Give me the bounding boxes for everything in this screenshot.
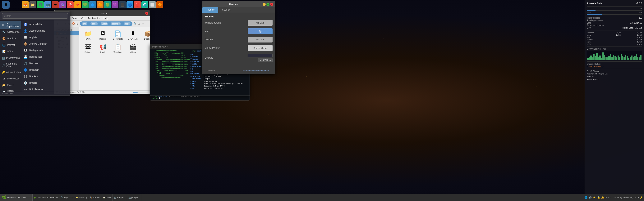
launcher-icon-5[interactable]: ❤ (52, 1, 59, 8)
themes-minimize-btn[interactable]: ─ (262, 3, 266, 6)
menu-item-account-details[interactable]: 👤 Account details (21, 27, 70, 34)
fm-file-videos[interactable]: 🎬 Videos (126, 42, 140, 54)
launcher-icon-6[interactable]: 🔮 (59, 1, 66, 8)
fm-file-downloads[interactable]: ⬇ Downloads (126, 29, 140, 41)
fm-file-templates[interactable]: 📋 Templates (111, 42, 124, 54)
fm-computer-btn[interactable]: 🖥 (76, 21, 79, 26)
systray-power[interactable]: ⚡ (593, 196, 596, 199)
taskbar-app-label: 📁 [~/:Des...] (76, 197, 87, 199)
sf-info-key: Icon Theme: (190, 78, 204, 80)
menu-item-bluetooth[interactable]: 🔵 Bluetooth (21, 67, 70, 73)
systray-indicator1[interactable]: ⊕ 1 (606, 196, 609, 199)
systray-notifications[interactable]: 🔔 (601, 196, 604, 199)
menu-search-input[interactable] (2, 13, 68, 18)
launcher-icon-19[interactable]: 🔶 (156, 1, 163, 8)
fm-menu-bookmarks[interactable]: Bookmarks (87, 17, 101, 20)
menu-item-backup-tool[interactable]: 💾 Backup Tool (21, 54, 70, 60)
launcher-icon-13[interactable]: 💜 (112, 1, 118, 8)
menu-item-banshee[interactable]: 🎵 Banshee (21, 60, 70, 67)
menu-cat-sound-and-video[interactable]: 🎵 Sound and Video (0, 61, 21, 69)
launcher-icon-3[interactable]: 🎵 (37, 1, 44, 8)
systray-lock[interactable]: 🔒 (597, 196, 600, 199)
launcher-icon-9[interactable]: 💚 (82, 1, 88, 8)
menu-item-brasero[interactable]: 💿 Brasero (21, 80, 70, 86)
fm-icons-btn[interactable]: ⊞ (138, 21, 141, 26)
themes-title-bar[interactable]: Themes ─ □ ✕ (202, 1, 275, 7)
taskbar-app-btn-6[interactable]: 💻 [erik@e... (127, 194, 141, 201)
fm-menu-view[interactable]: View (71, 17, 79, 20)
fm-loc-scalable[interactable]: scalable (111, 22, 121, 25)
launcher-icon-4[interactable]: 📺 (44, 1, 51, 8)
fm-more-btn[interactable]: ⋮ (146, 21, 149, 26)
sf-info-row: RAM:2251MiB / 7987MiB (190, 87, 248, 90)
top-icon-1[interactable]: 🖥 (2, 1, 10, 8)
fm-search-btn[interactable]: 🔍 (133, 21, 136, 26)
menu-cat-accessories[interactable]: 🔧 Accessories (0, 29, 21, 35)
systray-indicator2[interactable]: 31 (610, 196, 612, 199)
mouse-pointer-preview[interactable]: Breeze_Snow (248, 45, 272, 51)
launcher-icon-17[interactable]: 🌊 (142, 1, 148, 8)
fm-file-data[interactable]: 📁 DATA (81, 29, 95, 41)
menu-cat-programming[interactable]: 💻 Programming (0, 55, 21, 61)
launcher-icon-18[interactable]: ⬜ (149, 1, 156, 8)
fm-menu-go[interactable]: Go (80, 17, 86, 20)
tab-themes[interactable]: Themes (202, 7, 218, 13)
menu-cat-graphics[interactable]: 🎨 Graphics (0, 35, 21, 42)
themes-maximize-btn[interactable]: □ (266, 3, 270, 6)
launcher-icon-14[interactable]: ⬛ (119, 1, 126, 8)
menu-item-brackets[interactable]: { } Brackets (21, 73, 70, 80)
fm-file-dropbox[interactable]: 📦 Dropbox (141, 29, 150, 41)
taskbar-app-btn-5[interactable]: 💻 erik@er... (112, 194, 127, 201)
launcher-icon-11[interactable]: 🟠 (96, 1, 104, 8)
menu-item-archive-manager[interactable]: 📦 Archive Manager (21, 41, 70, 47)
menu-cat-places[interactable]: 📂 Places (0, 82, 21, 88)
fm-home-btn[interactable]: 🏠 (72, 21, 75, 26)
fm-list-btn[interactable]: ≡ (142, 21, 145, 26)
fm-file-desktop[interactable]: 🖥 Desktop (96, 29, 110, 41)
menu-cat-preferences[interactable]: ⚙ Preferences (0, 75, 21, 82)
menu-cat-administration[interactable]: 🔑 Administration (0, 69, 21, 75)
taskbar-app-btn-0[interactable]: 🌿 Linux Mint 18 Cinnamon (32, 194, 60, 201)
menu-categories: ⊞ All Applications 🔧 Accessories 🎨 Graph… (0, 20, 21, 92)
menu-item-bulk-rename[interactable]: ✏ Bulk Rename (21, 86, 70, 92)
menu-cat-internet[interactable]: 🌐 Internet (0, 42, 21, 48)
fm-loc-icons[interactable]: icons (90, 22, 98, 25)
launcher-icon-16[interactable]: 🔴 (134, 1, 141, 8)
taskbar-start-btn[interactable]: 🌿 Linux Mint 18 Cinnamon (0, 194, 32, 201)
window-borders-preview[interactable]: Arc-Dark (248, 20, 272, 26)
launcher-icon-15[interactable]: 🔵 (126, 1, 134, 8)
fm-menu-help[interactable]: Help (102, 17, 110, 20)
menu-cat-all-applications[interactable]: ⊞ All Applications (0, 21, 21, 29)
themes-close-btn[interactable]: ✕ (270, 3, 273, 6)
controls-preview[interactable]: Arc-Dark (248, 37, 272, 42)
desktop-theme-preview[interactable] (248, 54, 272, 57)
fm-file-pictures[interactable]: 🖼 Pictures (81, 42, 95, 54)
taskbar-app-btn-2[interactable]: 📁 [~/:Des...] (74, 194, 88, 201)
launcher-icon-12[interactable]: 🟢 (104, 1, 111, 8)
menu-item-applets[interactable]: 🔲 Applets (21, 34, 70, 41)
taskbar-app-btn-3[interactable]: 🎨 Themes (88, 194, 102, 201)
launcher-icon-1[interactable]: 🦊 (22, 1, 29, 8)
menu-item-accessibility[interactable]: ♿ Accessibility (21, 21, 70, 27)
add-remove-themes-btn[interactable]: Add/remove desktop themes... (241, 69, 272, 73)
fm-loc-apps[interactable]: apps (124, 22, 131, 25)
fm-close-btn[interactable]: ✕ (145, 12, 148, 15)
fm-loc-sardi[interactable]: Sardi (100, 22, 108, 25)
menu-cat-recent-files[interactable]: 📋 Recent Files (0, 88, 21, 92)
menu-cat-office[interactable]: 📝 Office (0, 48, 21, 55)
launcher-icon-10[interactable]: 🔷 (89, 1, 96, 8)
tab-settings[interactable]: Settings (218, 7, 234, 13)
panel-cpu-mem: CPU 16% Mem 28% (587, 8, 642, 15)
fm-loc-erik[interactable]: erik (82, 22, 88, 25)
launcher-icon-7[interactable]: 🎯 (67, 1, 74, 8)
menu-item-backgrounds[interactable]: 🖼 Backgrounds (21, 47, 70, 54)
taskbar-app-btn-4[interactable]: 🏠 Home (102, 194, 112, 201)
systray-network[interactable]: 🌐 (584, 196, 588, 199)
taskbar-app-btn-1[interactable]: 🔧 [Imgur: ...] (60, 194, 74, 201)
systray-sound[interactable]: 🔊 (588, 196, 592, 199)
launcher-icon-2[interactable]: 📁 (29, 1, 36, 8)
fm-file-documents[interactable]: 📄 Documents (111, 29, 124, 41)
icons-preview[interactable] (248, 28, 272, 34)
fm-file-public[interactable]: 📢 Public (96, 42, 110, 54)
launcher-icon-8[interactable]: 📌 (74, 1, 81, 8)
